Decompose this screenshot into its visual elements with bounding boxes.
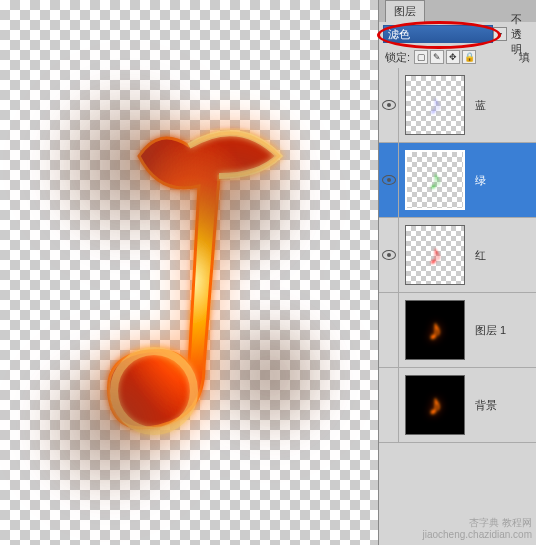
layer-name[interactable]: 蓝 — [471, 98, 486, 113]
layer-item[interactable]: ♪绿 — [379, 143, 536, 218]
layer-item[interactable]: ♪红 — [379, 218, 536, 293]
layer-item[interactable]: ♪蓝 — [379, 68, 536, 143]
layer-name[interactable]: 绿 — [471, 173, 486, 188]
watermark: 杏字典 教程网 jiaocheng.chazidian.com — [422, 517, 532, 541]
blend-mode-row: 滤色 ▾ 不透明 — [379, 22, 536, 46]
canvas[interactable] — [0, 0, 378, 545]
blend-mode-select[interactable]: 滤色 ▾ — [383, 25, 507, 43]
thumbnail-glyph: ♪ — [428, 314, 442, 346]
thumbnail-glyph: ♪ — [428, 239, 442, 271]
smoke-effect — [159, 126, 309, 276]
layer-name[interactable]: 背景 — [471, 398, 497, 413]
blend-mode-value: 滤色 — [388, 27, 410, 42]
lock-brush-icon[interactable]: ✎ — [430, 50, 444, 64]
fire-music-note — [59, 86, 319, 486]
smoke-effect — [29, 346, 189, 506]
eye-icon — [382, 175, 396, 185]
watermark-line1: 杏字典 教程网 — [422, 517, 532, 529]
artwork-content — [0, 26, 378, 545]
eye-icon — [382, 250, 396, 260]
lock-icons-group: ▢ ✎ ✥ 🔒 — [414, 50, 476, 64]
layer-thumbnail[interactable]: ♪ — [405, 375, 465, 435]
thumbnail-glyph: ♪ — [428, 89, 442, 121]
watermark-line2: jiaocheng.chazidian.com — [422, 529, 532, 541]
layers-list: ♪蓝♪绿♪红♪图层 1♪背景 — [379, 68, 536, 443]
lock-move-icon[interactable]: ✥ — [446, 50, 460, 64]
tab-layers[interactable]: 图层 — [385, 0, 425, 22]
layers-panel: 图层 滤色 ▾ 不透明 锁定: ▢ ✎ ✥ 🔒 填 ♪蓝♪绿♪红♪图层 1♪背景 — [378, 0, 536, 545]
layer-thumbnail[interactable]: ♪ — [405, 75, 465, 135]
fill-label: 填 — [519, 50, 530, 65]
chevron-down-icon[interactable]: ▾ — [493, 27, 507, 41]
visibility-toggle[interactable] — [379, 143, 399, 217]
layer-name[interactable]: 图层 1 — [471, 323, 506, 338]
visibility-toggle[interactable] — [379, 293, 399, 367]
lock-all-icon[interactable]: 🔒 — [462, 50, 476, 64]
visibility-toggle[interactable] — [379, 68, 399, 142]
smoke-effect — [199, 306, 339, 446]
layer-name[interactable]: 红 — [471, 248, 486, 263]
visibility-toggle[interactable] — [379, 368, 399, 442]
thumbnail-glyph: ♪ — [428, 389, 442, 421]
thumbnail-glyph: ♪ — [428, 164, 442, 196]
layer-thumbnail[interactable]: ♪ — [405, 300, 465, 360]
lock-transparent-icon[interactable]: ▢ — [414, 50, 428, 64]
layer-thumbnail[interactable]: ♪ — [405, 225, 465, 285]
eye-icon — [382, 100, 396, 110]
visibility-toggle[interactable] — [379, 218, 399, 292]
layer-item[interactable]: ♪图层 1 — [379, 293, 536, 368]
layer-thumbnail[interactable]: ♪ — [405, 150, 465, 210]
lock-label: 锁定: — [385, 50, 410, 65]
layer-item[interactable]: ♪背景 — [379, 368, 536, 443]
